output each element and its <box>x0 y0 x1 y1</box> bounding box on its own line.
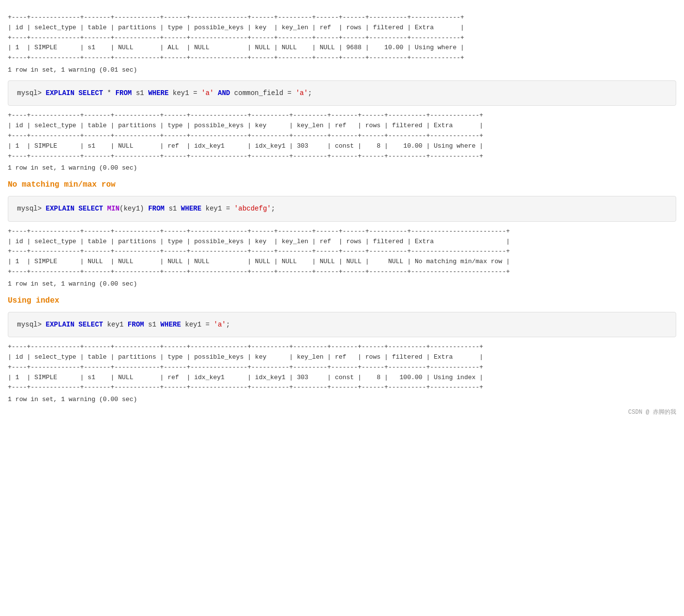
result-table-1: +----+-------------+-------+------------… <box>8 13 676 63</box>
sql-minarg-3: (key1) <box>119 205 148 212</box>
result-line-1: 1 row in set, 1 warning (0.01 sec) <box>8 66 676 74</box>
sql-prompt-2: mysql> <box>17 89 46 97</box>
sql-box-2: mysql> EXPLAIN SELECT * FROM s1 WHERE ke… <box>8 80 676 106</box>
footer-watermark: CSDN @ 赤脚的我 <box>8 408 676 416</box>
sql-cond-4: key1 = <box>181 321 214 328</box>
sql-semi-4: ; <box>226 321 230 328</box>
sql-from-4: FROM <box>128 321 144 328</box>
sql-table-2: s1 <box>132 89 148 97</box>
result-table-4: +----+-------------+-------+------------… <box>8 342 676 393</box>
sql-from-2: FROM <box>116 89 132 97</box>
sql-prompt-3: mysql> <box>17 205 46 212</box>
sql-keyword-explain-2: EXPLAIN SELECT <box>46 89 103 97</box>
sql-field-4: key1 <box>103 321 127 328</box>
sql-prompt-4: mysql> <box>17 321 46 328</box>
sql-field-3: key1 = <box>201 205 234 212</box>
sql-val-4: 'a' <box>214 321 226 328</box>
sql-box-4: mysql> EXPLAIN SELECT key1 FROM s1 WHERE… <box>8 312 676 337</box>
sql-from-3: FROM <box>148 205 165 212</box>
sql-space-3 <box>103 205 107 212</box>
sql-box-3: mysql> EXPLAIN SELECT MIN(key1) FROM s1 … <box>8 196 676 221</box>
sql-where-3: WHERE <box>181 205 201 212</box>
result-table-3: +----+-------------+-------+------------… <box>8 227 676 277</box>
sql-star-2: * <box>103 89 115 97</box>
section-heading-2: Using index <box>8 296 676 305</box>
result-line-2: 1 row in set, 1 warning (0.00 sec) <box>8 164 676 172</box>
sql-val2-2: 'a' <box>295 89 308 97</box>
sql-keyword-explain-4: EXPLAIN SELECT <box>46 321 103 328</box>
sql-where-2: WHERE <box>148 89 169 97</box>
result-line-3: 1 row in set, 1 warning (0.00 sec) <box>8 280 676 288</box>
sql-table-4: s1 <box>144 321 160 328</box>
sql-field2-2: common_field = <box>230 89 295 97</box>
sql-and-2 <box>214 89 217 97</box>
sql-table-3: s1 <box>164 205 181 212</box>
sql-val-3: 'abcdefg' <box>234 205 271 212</box>
section-heading-1: No matching min/max row <box>8 180 676 189</box>
sql-keyword-explain-3: EXPLAIN SELECT <box>46 205 103 212</box>
sql-val1-2: 'a' <box>201 89 214 97</box>
sql-semi-2: ; <box>308 89 312 97</box>
sql-field-2: key1 = <box>169 89 201 97</box>
sql-and-kw-2: AND <box>218 89 230 97</box>
sql-where-4: WHERE <box>160 321 181 328</box>
result-line-4: 1 row in set, 1 warning (0.00 sec) <box>8 396 676 403</box>
sql-min-3: MIN <box>107 205 119 212</box>
sql-semi-3: ; <box>271 205 275 212</box>
page-wrapper: +----+-------------+-------+------------… <box>0 5 684 426</box>
result-table-2: +----+-------------+-------+------------… <box>8 111 676 161</box>
